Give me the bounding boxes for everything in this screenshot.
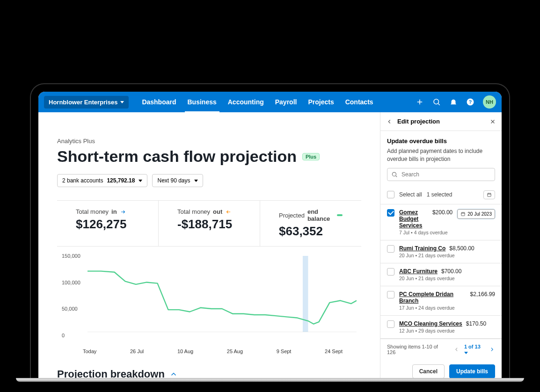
pager-summary: Showing items 1-10 of 126 [387,344,444,355]
nav-payroll[interactable]: Payroll [270,92,303,112]
cash-flow-chart: 150,000100,00050,0000 [62,256,357,345]
nav-business[interactable]: Business [182,92,222,112]
bill-overdue-text: 12 Jun • 29 days overdue [399,328,495,334]
calendar-icon [460,211,466,217]
metric-money-in: Total money in $126,275 [57,201,159,246]
chart-y-tick: 0 [62,333,65,338]
chevron-down-icon [120,101,124,103]
close-icon[interactable] [489,118,496,125]
nav-projects[interactable]: Projects [302,92,339,112]
end-balance-dot-icon [337,214,343,216]
chart-x-tick: 25 Aug [227,348,243,354]
bulk-date-picker[interactable] [483,190,495,199]
nav-contacts[interactable]: Contacts [340,92,379,112]
date-range-filter[interactable]: Next 90 days [152,174,203,187]
plus-icon[interactable] [416,98,424,106]
bill-checkbox[interactable] [387,268,394,276]
select-all-checkbox[interactable] [387,191,394,198]
chart-x-tick: 9 Sept [277,348,292,354]
panel-description: Add planned payment dates to include ove… [387,147,495,163]
pager-prev-icon[interactable] [453,346,460,353]
panel-title: Edit projection [397,118,485,125]
chevron-down-icon [139,180,142,182]
svg-point-0 [434,99,439,104]
chevron-down-icon [194,180,198,182]
chart-y-tick: 50,000 [62,306,78,312]
bill-checkbox[interactable] [387,209,394,217]
svg-point-4 [392,172,396,176]
bill-checkbox[interactable] [387,291,394,298]
chevron-down-icon [464,352,468,354]
svg-rect-6 [461,212,465,216]
org-selector[interactable]: Hornblower Enterprises [44,96,129,109]
calendar-icon [487,192,492,197]
bill-row: PC Complete Dridan Branch$2,166.9917 Jun… [380,286,502,316]
chart-x-tick: Today [83,348,96,354]
bill-row: ABC Furniture$700.0020 Jun • 21 days ove… [380,263,502,286]
panel-subtitle: Update overdue bills [387,138,495,145]
nav-dashboard[interactable]: Dashboard [136,92,182,112]
bill-amount: $700.00 [441,268,461,275]
bill-amount: $170.50 [466,320,486,327]
bill-overdue-text: 7 Jul • 4 days overdue [399,230,452,235]
bill-vendor-link[interactable]: MCO Cleaning Services [399,320,462,327]
bill-vendor-link[interactable]: Rumi Training Co [399,245,445,252]
plus-badge: Plus [302,153,320,160]
chart-y-tick: 100,000 [62,280,80,285]
laptop-base-decoration [16,378,524,382]
svg-text:?: ? [469,99,472,105]
metric-money-out: Total money out -$188,715 [159,201,260,246]
bill-vendor-link[interactable]: PC Complete Dridan Branch [399,291,467,304]
bill-row: Gomez Budget Services$200.007 Jul • 4 da… [380,204,502,240]
org-name: Hornblower Enterprises [49,99,117,106]
bill-amount: $2,166.99 [470,291,495,298]
bill-row: Rumi Training Co$8,500.0020 Jun • 21 day… [380,240,502,263]
metric-end-balance: Projected end balance $63,352 [260,201,361,246]
chart-x-tick: 10 Aug [177,348,193,354]
search-icon[interactable] [432,98,441,106]
search-input[interactable] [401,171,491,178]
selected-count: 1 selected [427,191,452,198]
top-nav-bar: Hornblower Enterprises DashboardBusiness… [38,92,502,112]
avatar[interactable]: NH [483,95,496,109]
pager-next-icon[interactable] [489,346,495,353]
bill-vendor-link[interactable]: Gomez Budget Services [399,209,429,229]
bill-amount: $200.00 [432,209,452,216]
arrow-out-icon [225,209,232,215]
bill-date-picker[interactable]: 20 Jul 2023 [457,209,495,219]
bill-checkbox[interactable] [387,245,394,253]
cancel-button[interactable]: Cancel [412,364,445,378]
bill-overdue-text: 17 Jun • 24 days overdue [399,305,495,311]
pager-page-select[interactable]: 1 of 13 [464,344,484,355]
arrow-in-icon [120,209,126,215]
breadcrumb: Analytics Plus [57,138,361,145]
chart-y-tick: 150,000 [62,253,80,259]
bill-vendor-link[interactable]: ABC Furniture [399,268,438,275]
back-arrow-icon[interactable] [386,118,393,125]
bill-row: MCO Cleaning Services$170.5012 Jun • 29 … [380,316,502,339]
bank-accounts-filter[interactable]: 2 bank accounts 125,792.18 [57,174,147,187]
search-input-wrapper [387,168,495,181]
page-title: Short-term cash flow projection Plus [57,147,361,166]
chevron-up-icon [169,370,178,378]
bill-checkbox[interactable] [387,320,394,328]
bell-icon[interactable] [449,98,458,106]
update-bills-button[interactable]: Update bills [449,364,495,378]
chart-x-tick: 24 Sept [325,348,343,354]
svg-rect-5 [488,193,491,196]
bill-overdue-text: 20 Jun • 21 days overdue [399,253,495,258]
bill-amount: $8,500.00 [449,245,474,252]
edit-projection-panel: Edit projection Update overdue bills Add… [380,112,502,378]
projection-breakdown-toggle[interactable]: Projection breakdown [57,368,361,378]
select-all-label: Select all [399,191,422,198]
bill-overdue-text: 20 Jun • 21 days overdue [399,276,495,281]
nav-accounting[interactable]: Accounting [222,92,270,112]
search-icon [391,171,398,178]
chart-x-tick: 26 Jul [130,348,144,354]
help-icon[interactable]: ? [466,98,474,106]
